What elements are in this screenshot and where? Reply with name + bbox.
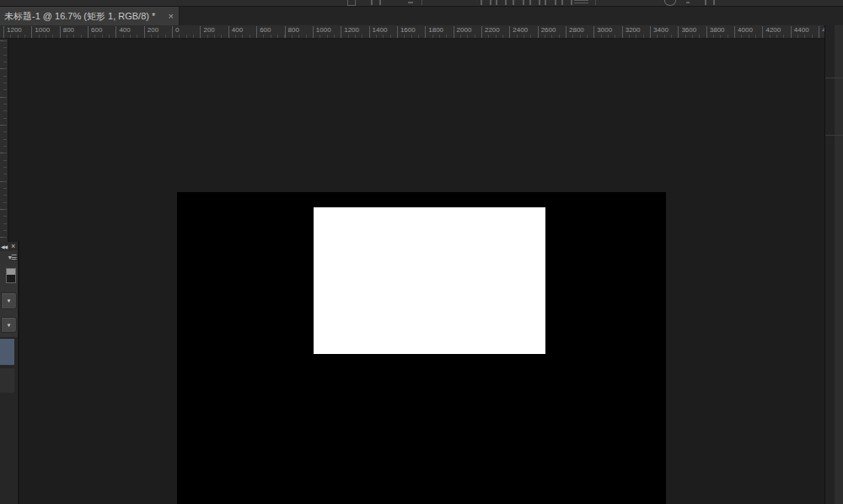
pasteboard — [8, 39, 824, 504]
swatch-button[interactable] — [6, 268, 16, 283]
align-bottom-edges-icon — [561, 0, 572, 5]
document-canvas[interactable] — [177, 192, 666, 504]
ruler-tick-label: 1600 — [397, 26, 416, 38]
help-circle-icon — [664, 0, 676, 6]
ruler-tick-label: 600 — [256, 26, 271, 38]
tab-close-icon[interactable]: × — [169, 12, 174, 20]
ruler-tick-label: 2000 — [454, 26, 472, 38]
panel-flyout-menu-icon[interactable]: ▾☰ — [8, 254, 16, 261]
dock-band — [835, 25, 843, 504]
options-separator — [595, 0, 596, 5]
path-operation-icon — [347, 0, 356, 6]
align-top-edges-icon — [529, 0, 540, 5]
ruler-tick-label: 1000 — [313, 26, 331, 38]
ruler-tick-label: 2600 — [538, 26, 556, 38]
ruler-tick-label: 800 — [285, 26, 299, 38]
ruler-tick-label: 4400 — [791, 26, 809, 38]
ruler-tick-label: 2400 — [509, 26, 528, 38]
ruler-tick-label: 4000 — [734, 26, 753, 38]
ruler-tick-label: 4200 — [762, 26, 781, 38]
ruler-tick-label: 3000 — [593, 26, 612, 38]
tab-title: 未标题-1 @ 16.7% (矩形 1, RGB/8) * — [4, 10, 163, 23]
chevron-down-icon: ▼ — [7, 323, 12, 328]
align-horizontal-centers-icon — [496, 0, 507, 5]
ruler-tick-label: 800 — [60, 26, 74, 38]
left-floating-panel: ◀◀ × ▾☰ ▼ ▼ — [0, 242, 19, 504]
ruler-tick-label: 1200 — [3, 26, 22, 38]
panel-header: ◀◀ × — [0, 242, 18, 251]
dropdown-button[interactable]: ▼ — [1, 317, 17, 333]
small-dot-icon — [686, 2, 690, 3]
panel-swatch-row — [0, 265, 18, 286]
path-combine-icon — [371, 0, 381, 5]
photoshop-window: { "tab": { "title": "未标题-1 @ 16.7% (矩形 1… — [0, 0, 843, 504]
align-vertical-centers-icon — [545, 0, 556, 5]
ruler-tick-label: 1000 — [31, 26, 50, 38]
panel-dock-edge[interactable] — [824, 25, 843, 504]
ruler-tick-label: 600 — [88, 26, 102, 38]
chevron-down-icon: ▼ — [7, 298, 12, 303]
horizontal-ruler[interactable]: 1200100080060040020002004006008001000120… — [0, 25, 824, 39]
distribute-spacing-icon — [574, 0, 588, 4]
ruler-tick-label: 1800 — [425, 26, 443, 38]
dropdown-button[interactable]: ▼ — [1, 292, 17, 309]
shape-rectangle[interactable] — [314, 207, 545, 354]
ruler-tick-label: 200 — [200, 26, 214, 38]
dock-divider — [825, 135, 843, 136]
ruler-tick-label: 3200 — [622, 26, 641, 38]
ruler-tick-label: 2800 — [566, 26, 584, 38]
ruler-tick-label: 0 — [172, 26, 179, 38]
align-left-edges-icon — [481, 0, 491, 5]
path-arrange-icon — [408, 2, 413, 3]
ruler-tick-label: 3400 — [650, 26, 668, 38]
collapse-panel-icon[interactable]: ◀◀ — [1, 244, 7, 249]
ruler-tick-label: 3600 — [678, 26, 696, 38]
dock-divider — [825, 78, 843, 78]
document-tab[interactable]: 未标题-1 @ 16.7% (矩形 1, RGB/8) * × — [0, 7, 180, 25]
ruler-tick-label: 3800 — [706, 26, 725, 38]
options-bar — [0, 0, 843, 7]
close-panel-icon[interactable]: × — [11, 242, 15, 250]
panel-menu-bar: ▾☰ — [0, 251, 18, 264]
workspace-icon — [705, 0, 715, 5]
selected-list-item[interactable] — [0, 339, 14, 365]
ruler-tick-label: 1400 — [369, 26, 388, 38]
align-right-edges-icon — [513, 0, 524, 5]
ruler-tick-label: 400 — [115, 26, 130, 38]
ruler-tick-label: 400 — [228, 26, 243, 38]
ruler-tick-label: 1200 — [341, 26, 359, 38]
list-item[interactable] — [0, 368, 14, 393]
ruler-tick-label: 200 — [144, 26, 158, 38]
options-separator — [422, 0, 422, 5]
ruler-tick-label: 2200 — [481, 26, 500, 38]
ruler-tick-label: 4600 — [819, 26, 824, 38]
document-tab-bar: 未标题-1 @ 16.7% (矩形 1, RGB/8) * × — [0, 7, 843, 26]
